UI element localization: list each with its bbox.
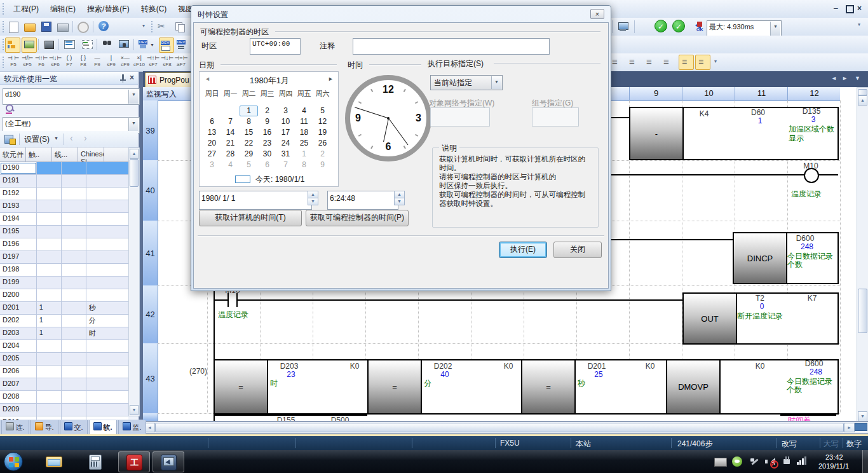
messenger-tray-icon[interactable] — [732, 456, 742, 467]
calendar[interactable]: ◄ 1980年1月 ► 周日周一周二周三周四周五周六 1234567891011… — [199, 71, 339, 187]
toolbar-overflow-right-icon[interactable]: ▾ — [858, 22, 860, 27]
column-header[interactable]: Chinese Si... — [78, 147, 104, 161]
ladder-tool-button[interactable]: ⊣=⊢aF7 — [174, 55, 188, 71]
print-icon[interactable] — [56, 20, 70, 34]
navigation-tree-icon[interactable] — [5, 38, 20, 53]
help-icon[interactable]: ? — [97, 20, 111, 34]
execute-button[interactable]: 执行(E) — [499, 242, 547, 258]
new-project-icon[interactable] — [6, 20, 20, 34]
calendar-day[interactable]: 4 — [295, 106, 313, 116]
ladder-tool-button[interactable]: ( )F7 — [62, 55, 76, 71]
scan-time-combo[interactable]: 最大: 4.930ms ▼ — [707, 20, 782, 37]
calendar-day[interactable]: 8 — [240, 116, 258, 127]
calendar-day[interactable]: 20 — [203, 138, 221, 149]
calendar-day[interactable]: 15 — [240, 127, 258, 138]
find-icon[interactable] — [100, 38, 114, 51]
search-dropdown-icon[interactable]: ▼ — [128, 90, 139, 104]
table-row[interactable]: D194 — [0, 213, 128, 226]
clock-tool-icon[interactable] — [76, 20, 90, 34]
tab-scroll-right-icon[interactable]: ► — [842, 75, 848, 81]
ladder-tool-button[interactable]: ⊣↓⊢sF8 — [160, 55, 174, 71]
panel-scroll-thumb[interactable] — [130, 159, 139, 187]
column-header[interactable]: 软元件 — [0, 147, 26, 161]
table-row[interactable]: D192 — [0, 188, 128, 200]
calendar-day[interactable]: 22 — [240, 138, 258, 149]
scan-time-dropdown-icon[interactable]: ▼ — [770, 22, 780, 36]
table-row[interactable]: D203 1 时 — [0, 327, 128, 340]
calendar-day[interactable]: 17 — [276, 127, 295, 138]
calendar-day[interactable]: 9 — [313, 160, 332, 170]
ladder-tool-button[interactable]: ×|cF10 — [132, 55, 146, 71]
table-row[interactable]: D190 — [0, 162, 128, 175]
table-row[interactable]: D202 1 分 — [0, 315, 128, 327]
menu-item[interactable]: 转换(C) — [135, 2, 173, 17]
hscroll-thumb[interactable] — [155, 423, 844, 432]
next-result-icon[interactable]: › — [84, 133, 87, 143]
table-row[interactable]: D208 — [0, 391, 128, 404]
minimize-button[interactable]: – — [834, 4, 838, 12]
column-header[interactable]: 线... — [52, 147, 78, 161]
editor-vscrollbar[interactable]: ▲ ▼ — [857, 87, 868, 421]
date-spinner-buttons[interactable]: ▲ ▼ — [308, 191, 318, 205]
get-pc-time-button[interactable]: 获取计算机的时间(T) — [199, 210, 302, 226]
calendar-day[interactable] — [221, 102, 240, 113]
calendar-day[interactable]: 1 — [295, 149, 313, 160]
calendar-day[interactable]: 24 — [276, 138, 295, 149]
table-row[interactable]: D197 — [0, 251, 128, 264]
today-label[interactable]: 今天: 1980/1/1 — [255, 174, 304, 185]
vscroll-thumb[interactable] — [858, 289, 867, 333]
spin-down-icon[interactable]: ▼ — [394, 198, 405, 205]
calendar-day[interactable]: 4 — [221, 160, 240, 170]
device-tree-icon[interactable]: DEV — [175, 38, 189, 51]
menu-item[interactable]: 编辑(E) — [44, 2, 81, 17]
calendar-day[interactable]: 10 — [276, 116, 295, 127]
calendar-day[interactable] — [203, 102, 221, 113]
table-row[interactable]: D204 — [0, 340, 128, 353]
restore-icon[interactable] — [846, 5, 854, 13]
ladder-tool-button[interactable]: ×—cF9 — [118, 55, 132, 71]
taskbar-tool-app-button[interactable]: 工 — [118, 451, 150, 472]
table-row[interactable]: D207 — [0, 378, 128, 391]
keyboard-tray-icon[interactable] — [714, 458, 727, 467]
ladder-toolbar-overflow-icon[interactable]: ▾ — [714, 58, 717, 64]
cut-icon[interactable]: ✂ — [158, 21, 165, 31]
ladder-tool-button[interactable]: ⊣↑⊢F6 — [34, 55, 48, 71]
get-plc-time-button[interactable]: 获取可编程控制器的时间(P) — [306, 210, 409, 226]
prev-result-icon[interactable]: ‹ — [70, 133, 73, 143]
calendar-day[interactable]: 18 — [295, 127, 313, 138]
calendar-day[interactable]: 19 — [313, 127, 332, 138]
contact-m10[interactable] — [227, 293, 229, 307]
calendar-day[interactable]: 16 — [258, 127, 276, 138]
editor-hscrollbar[interactable]: ◄ ► — [143, 422, 868, 434]
module-icon[interactable] — [42, 38, 56, 51]
calendar-day[interactable]: 26 — [313, 138, 332, 149]
calendar-day[interactable]: 7 — [276, 160, 295, 170]
table-row[interactable]: D201 1 秒 — [0, 302, 128, 315]
calendar-day[interactable]: 5 — [313, 106, 332, 116]
calendar-day[interactable]: 6 — [258, 160, 276, 170]
close-button[interactable]: 关闭 — [553, 242, 602, 258]
calendar-day[interactable]: 3 — [276, 106, 295, 116]
device-list-icon[interactable]: DEV — [159, 38, 174, 53]
scroll-down-icon[interactable]: ▼ — [858, 411, 867, 421]
tab-scroll-left-icon[interactable]: ◄ — [831, 75, 837, 81]
table-row[interactable]: D196 — [0, 238, 128, 251]
ladder-tool-button[interactable]: —F9 — [90, 55, 104, 71]
time-spinner-buttons[interactable]: ▲ ▼ — [394, 191, 405, 205]
calendar-day[interactable]: 31 — [276, 149, 295, 160]
convert-ok-icon[interactable]: ✓ — [672, 20, 685, 32]
calendar-prev-icon[interactable]: ◄ — [205, 76, 210, 82]
tray-date[interactable]: 2019/11/1 — [818, 462, 849, 470]
scroll-right-icon[interactable]: ► — [844, 423, 855, 432]
calendar-day[interactable]: 8 — [295, 160, 313, 170]
calendar-day[interactable]: 29 — [240, 149, 258, 160]
comment-display-icon[interactable]: ≡ — [679, 55, 694, 70]
toolbar-overflow-icon[interactable]: ▾ — [142, 23, 145, 29]
device-find-icon[interactable]: DEV ▼ — [137, 38, 156, 51]
comment-field[interactable] — [353, 38, 550, 55]
show-desktop-button[interactable] — [862, 450, 868, 473]
menu-item[interactable]: 工程(P) — [8, 2, 44, 17]
scope-dropdown-icon[interactable]: ▼ — [128, 118, 139, 132]
date-spinner-field[interactable]: 1980/ 1/ 1 — [199, 191, 312, 210]
table-row[interactable]: D205 — [0, 353, 128, 366]
